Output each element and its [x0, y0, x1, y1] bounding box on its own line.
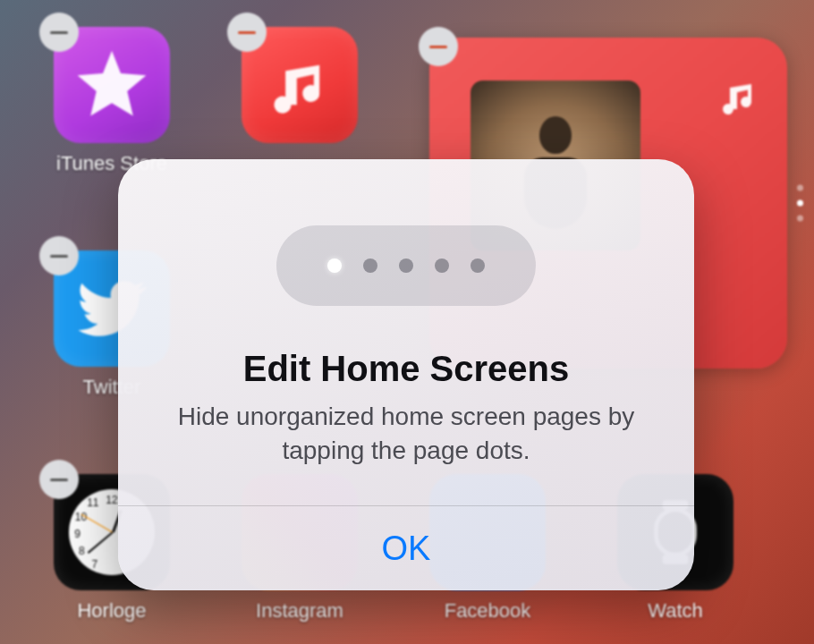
app-label: Instagram [256, 599, 343, 623]
dialog-body: Hide unorganized home screen pages by ta… [118, 400, 694, 468]
app-label: Watch [648, 599, 703, 623]
svg-marker-0 [78, 51, 147, 116]
edit-home-screens-dialog: Edit Home Screens Hide unorganized home … [118, 159, 694, 590]
remove-app-badge[interactable] [39, 13, 79, 52]
remove-app-badge[interactable] [227, 13, 267, 52]
page-dot[interactable] [363, 258, 377, 273]
remove-app-badge[interactable] [39, 236, 79, 275]
music-note-icon [717, 75, 760, 118]
page-dot[interactable] [471, 258, 485, 273]
remove-app-badge[interactable] [39, 460, 79, 499]
remove-widget-badge[interactable] [419, 27, 458, 66]
app-music[interactable] [242, 27, 358, 143]
page-dot[interactable] [327, 258, 342, 273]
music-icon [242, 27, 358, 143]
page-dot[interactable] [399, 258, 413, 273]
page-dots-indicator[interactable] [276, 225, 536, 306]
dialog-title: Edit Home Screens [243, 349, 570, 389]
page-dot[interactable] [435, 258, 449, 273]
app-itunes-store[interactable]: iTunes Store [54, 27, 170, 175]
widget-stack-dots[interactable] [797, 185, 803, 222]
app-label: Facebook [445, 599, 531, 623]
app-label: Horloge [77, 599, 146, 623]
ok-button[interactable]: OK [118, 506, 694, 590]
itunes-store-icon [54, 27, 170, 143]
